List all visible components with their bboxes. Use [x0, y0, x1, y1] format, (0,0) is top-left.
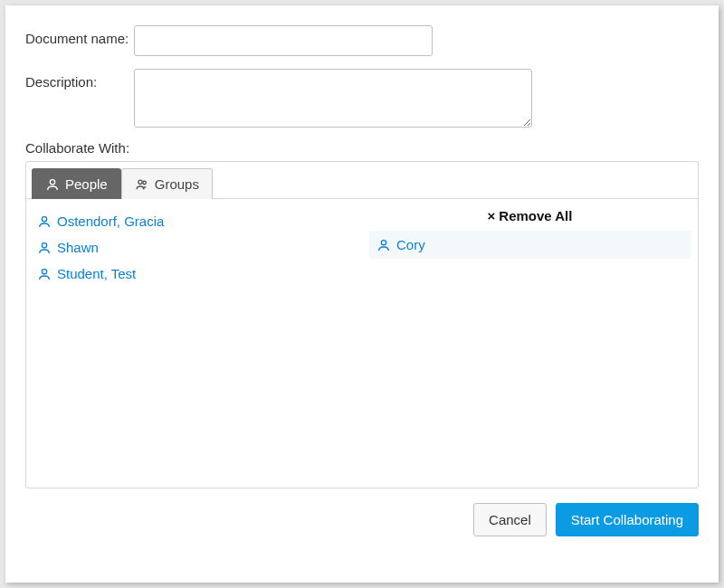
collaborate-with-label: Collaborate With: — [25, 140, 699, 156]
dialog-footer: Cancel Start Collaborating — [25, 503, 699, 536]
list-item-label: Student, Test — [57, 266, 136, 281]
available-list: Ostendorf, Gracia Shawn Student, Test — [26, 199, 362, 488]
collaborate-tabs: People Groups — [26, 162, 698, 199]
tab-people-label: People — [65, 176, 108, 192]
list-item[interactable]: Student, Test — [33, 261, 355, 287]
tab-groups-label: Groups — [155, 176, 199, 192]
person-icon — [37, 267, 52, 281]
list-item[interactable]: Ostendorf, Gracia — [33, 208, 355, 234]
person-icon — [376, 238, 391, 252]
description-row: Description: — [25, 69, 699, 128]
collaborate-box: People Groups Ostendorf, Gracia Shawn — [25, 161, 699, 488]
collaboration-dialog: Document name: Description: Collaborate … — [5, 5, 719, 583]
selected-item-label: Cory — [396, 237, 425, 252]
description-label: Description: — [25, 69, 134, 90]
selected-list: × Remove All Cory — [362, 199, 698, 488]
remove-all-label: Remove All — [499, 208, 572, 223]
list-item-label: Shawn — [57, 240, 99, 255]
svg-point-3 — [42, 216, 46, 221]
start-collaborating-button[interactable]: Start Collaborating — [556, 503, 699, 536]
document-name-label: Document name: — [25, 25, 134, 46]
selected-item[interactable]: Cory — [369, 231, 691, 259]
list-item-label: Ostendorf, Gracia — [57, 213, 164, 229]
svg-point-6 — [381, 240, 386, 244]
svg-point-2 — [143, 181, 146, 184]
person-icon — [37, 214, 52, 229]
list-item[interactable]: Shawn — [33, 234, 355, 261]
cancel-button[interactable]: Cancel — [473, 503, 547, 536]
svg-point-4 — [42, 242, 46, 247]
collaborate-body: Ostendorf, Gracia Shawn Student, Test × … — [26, 199, 698, 488]
document-name-input[interactable] — [134, 25, 433, 56]
tab-people[interactable]: People — [32, 168, 121, 199]
svg-point-0 — [50, 179, 54, 184]
description-textarea[interactable] — [134, 69, 532, 128]
remove-all-button[interactable]: × Remove All — [369, 206, 691, 227]
svg-point-1 — [138, 180, 142, 184]
person-icon — [45, 177, 60, 192]
group-icon — [135, 177, 149, 192]
tab-groups[interactable]: Groups — [121, 168, 213, 199]
svg-point-5 — [42, 269, 46, 273]
close-icon: × — [488, 208, 496, 223]
person-icon — [37, 241, 52, 255]
document-name-row: Document name: — [25, 25, 699, 56]
